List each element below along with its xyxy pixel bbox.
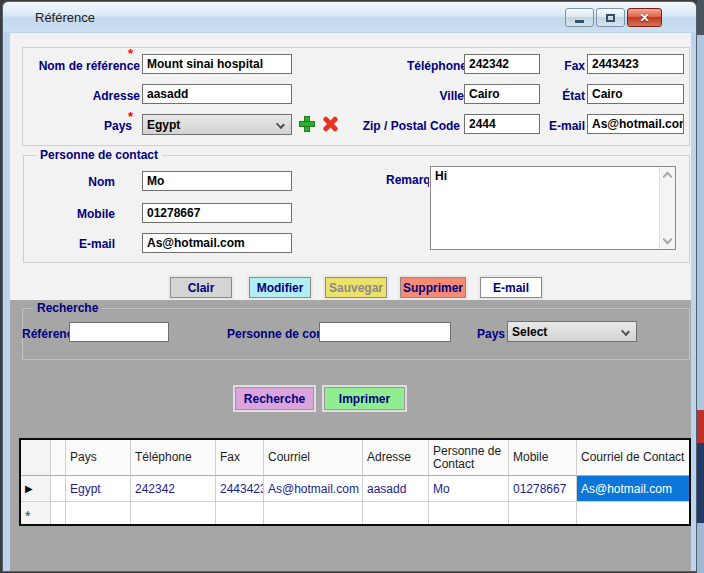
grid-empty-cell[interactable] bbox=[216, 502, 264, 524]
grid-empty-cell[interactable] bbox=[131, 502, 216, 524]
zip-label: Zip / Postal Code bbox=[340, 119, 460, 133]
pays-combobox[interactable]: Egypt bbox=[142, 114, 292, 135]
grid-header-telephone[interactable]: Téléphone bbox=[131, 440, 216, 476]
grid-corner-header[interactable] bbox=[21, 440, 51, 476]
app-window: Référence ✕ * Nom de référence Mount sin… bbox=[2, 1, 697, 572]
scroll-up-icon[interactable] bbox=[663, 172, 673, 182]
contact-email-input[interactable]: As@hotmail.com bbox=[142, 233, 292, 253]
grid-cell-fax[interactable]: 2443423 bbox=[216, 476, 264, 502]
contact-mobile-label: Mobile bbox=[23, 207, 115, 221]
form-content: * Nom de référence Mount sinai hospital … bbox=[10, 33, 691, 571]
recherche-pays-combobox[interactable]: Select bbox=[507, 321, 637, 342]
add-country-icon[interactable] bbox=[299, 116, 315, 132]
grid-empty-cell[interactable] bbox=[51, 502, 66, 524]
recherche-reference-input[interactable] bbox=[69, 322, 169, 342]
grid-cell-mobile[interactable]: 01278667 bbox=[509, 476, 577, 502]
close-icon: ✕ bbox=[639, 11, 649, 25]
current-row-icon: ▶ bbox=[25, 483, 33, 494]
recherche-pays-value: Select bbox=[512, 325, 547, 339]
supprimer-button[interactable]: Supprimer bbox=[400, 277, 466, 298]
remarque-textarea[interactable]: Hi bbox=[430, 166, 676, 250]
title-bar[interactable]: Référence ✕ bbox=[3, 2, 696, 32]
grid-row-selector[interactable]: ▶ bbox=[21, 476, 51, 502]
scroll-down-icon[interactable] bbox=[663, 235, 673, 245]
grid-empty-cell[interactable] bbox=[363, 502, 429, 524]
grid-header-personne-contact[interactable]: Personne de Contact bbox=[429, 440, 509, 476]
grid-header-pays[interactable]: Pays bbox=[66, 440, 131, 476]
new-row-icon: * bbox=[25, 512, 30, 520]
grid-cell-courriel[interactable]: As@hotmail.com bbox=[264, 476, 363, 502]
chevron-down-icon bbox=[276, 120, 285, 129]
zip-input[interactable]: 2444 bbox=[464, 114, 540, 134]
ville-label: Ville bbox=[407, 89, 464, 103]
grid-cell-spacer[interactable] bbox=[51, 476, 66, 502]
minimize-button[interactable] bbox=[565, 8, 594, 27]
window-controls: ✕ bbox=[565, 8, 662, 27]
contact-email-label: E-mail bbox=[23, 237, 115, 251]
recherche-group-title: Recherche bbox=[33, 301, 102, 315]
grid-header-courriel-contact[interactable]: Courriel de Contact bbox=[577, 440, 689, 476]
recherche-pays-label: Pays bbox=[477, 327, 505, 341]
recherche-contact-label: Personne de contact bbox=[227, 327, 319, 341]
delete-country-icon[interactable] bbox=[322, 116, 338, 132]
desktop-fragment bbox=[697, 410, 704, 443]
etat-input[interactable]: Cairo bbox=[587, 84, 684, 104]
maximize-button[interactable] bbox=[596, 8, 625, 27]
remarque-scrollbar[interactable] bbox=[659, 167, 675, 249]
grid-cell-telephone[interactable]: 242342 bbox=[131, 476, 216, 502]
nom-reference-label: Nom de référence bbox=[22, 59, 140, 73]
grid-header-adresse[interactable]: Adresse bbox=[363, 440, 429, 476]
contact-group-title: Personne de contact bbox=[36, 148, 162, 162]
chevron-down-icon bbox=[621, 327, 630, 336]
fax-input[interactable]: 2443423 bbox=[587, 54, 684, 74]
window-title: Référence bbox=[35, 10, 95, 25]
pays-value: Egypt bbox=[147, 118, 180, 132]
contact-mobile-input[interactable]: 01278667 bbox=[142, 203, 292, 223]
grid-empty-cell[interactable] bbox=[66, 502, 131, 524]
desktop-fragment bbox=[697, 523, 704, 573]
search-panel: Recherche Référence Personne de contact … bbox=[10, 300, 691, 571]
desktop-fragment bbox=[697, 443, 704, 523]
grid-header-fax[interactable]: Fax bbox=[216, 440, 264, 476]
minimize-icon bbox=[575, 20, 584, 23]
etat-label: État bbox=[550, 89, 585, 103]
adresse-input[interactable]: aasadd bbox=[142, 84, 292, 104]
grid-spacer-header bbox=[51, 440, 66, 476]
remarque-value: Hi bbox=[435, 169, 447, 183]
grid-header-courriel[interactable]: Courriel bbox=[264, 440, 363, 476]
contact-nom-input[interactable]: Mo bbox=[142, 171, 292, 191]
grid-cell-personne-contact[interactable]: Mo bbox=[429, 476, 509, 502]
grid-header-mobile[interactable]: Mobile bbox=[509, 440, 577, 476]
grid-empty-cell[interactable] bbox=[429, 502, 509, 524]
sauvegar-button[interactable]: Sauvegar bbox=[325, 277, 387, 298]
clair-button[interactable]: Clair bbox=[170, 277, 232, 298]
grid-cell-adresse[interactable]: aasadd bbox=[363, 476, 429, 502]
recherche-contact-input[interactable] bbox=[319, 322, 451, 342]
fax-label: Fax bbox=[550, 59, 585, 73]
desktop-fragment bbox=[697, 35, 704, 410]
screen: Référence ✕ * Nom de référence Mount sin… bbox=[0, 0, 704, 573]
telephone-input[interactable]: 242342 bbox=[464, 54, 540, 74]
grid-empty-cell[interactable] bbox=[577, 502, 689, 524]
recherche-button[interactable]: Recherche bbox=[235, 387, 314, 410]
remarque-label: Remarque bbox=[386, 173, 429, 187]
pays-label: Pays bbox=[22, 119, 132, 133]
nom-reference-input[interactable]: Mount sinai hospital bbox=[142, 54, 292, 74]
desktop-fragment bbox=[697, 0, 704, 35]
maximize-icon bbox=[606, 14, 615, 22]
grid-cell-pays[interactable]: Egypt bbox=[66, 476, 131, 502]
imprimer-button[interactable]: Imprimer bbox=[324, 387, 405, 410]
recherche-reference-label: Référence bbox=[22, 327, 69, 341]
ville-input[interactable]: Cairo bbox=[464, 84, 540, 104]
close-button[interactable]: ✕ bbox=[627, 8, 662, 27]
email-input[interactable]: As@hotmail.com bbox=[587, 114, 684, 134]
email-button[interactable]: E-mail bbox=[480, 277, 542, 298]
adresse-label: Adresse bbox=[22, 89, 140, 103]
contact-nom-label: Nom bbox=[23, 175, 115, 189]
grid-empty-cell[interactable] bbox=[264, 502, 363, 524]
modifier-button[interactable]: Modifier bbox=[249, 277, 311, 298]
grid-cell-courriel-contact-selected[interactable]: As@hotmail.com bbox=[577, 476, 689, 502]
results-grid: Pays Téléphone Fax Courriel Adresse Pers… bbox=[19, 438, 691, 526]
grid-new-row-selector[interactable]: * bbox=[21, 502, 51, 524]
grid-empty-cell[interactable] bbox=[509, 502, 577, 524]
